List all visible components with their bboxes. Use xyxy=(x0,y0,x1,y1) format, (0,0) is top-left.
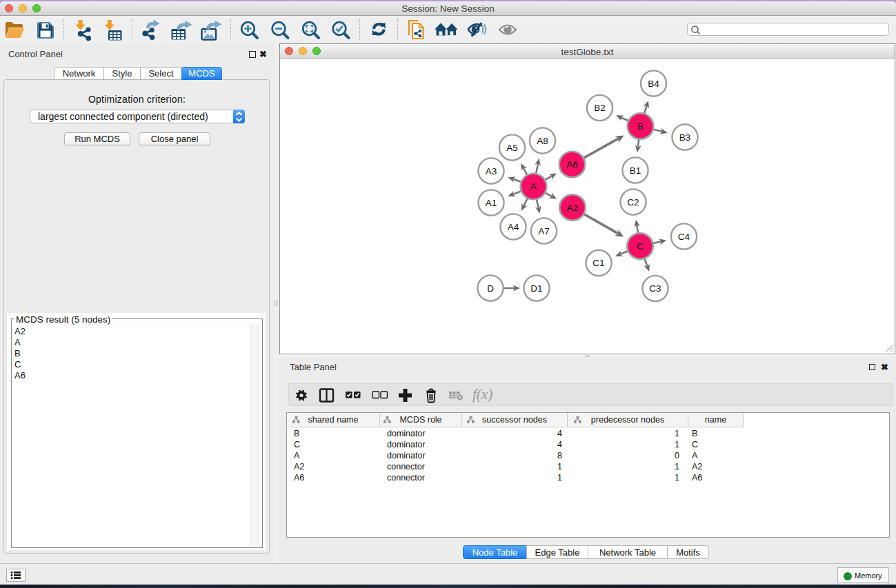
svg-text:B4: B4 xyxy=(648,79,659,89)
svg-text:A5: A5 xyxy=(506,143,518,153)
svg-text:B3: B3 xyxy=(679,132,691,143)
svg-text:B1: B1 xyxy=(630,165,641,176)
svg-text:B: B xyxy=(637,121,644,132)
svg-text:C3: C3 xyxy=(649,283,661,294)
svg-text:A1: A1 xyxy=(486,198,497,208)
svg-text:C: C xyxy=(637,241,644,252)
svg-text:A3: A3 xyxy=(486,166,497,176)
svg-text:A8: A8 xyxy=(537,136,548,146)
svg-text:A2: A2 xyxy=(567,203,579,213)
svg-text:A4: A4 xyxy=(508,222,519,232)
svg-text:C2: C2 xyxy=(627,197,639,207)
svg-text:B2: B2 xyxy=(594,103,606,113)
svg-text:D1: D1 xyxy=(530,283,542,294)
svg-text:A6: A6 xyxy=(566,159,578,170)
svg-text:A: A xyxy=(530,181,537,192)
svg-text:C4: C4 xyxy=(678,232,690,242)
svg-text:C1: C1 xyxy=(593,258,604,268)
svg-text:D: D xyxy=(487,283,494,294)
svg-text:A7: A7 xyxy=(538,226,550,236)
